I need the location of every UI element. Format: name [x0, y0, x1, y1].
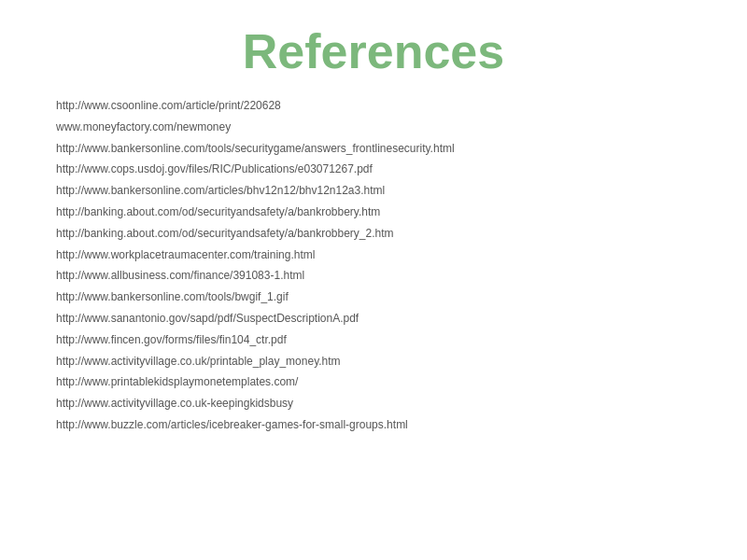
reference-item[interactable]: http://www.activityvillage.co.uk/printab… — [56, 354, 691, 370]
reference-item[interactable]: http://www.activityvillage.co.uk-keeping… — [56, 396, 691, 412]
reference-item[interactable]: http://www.printablekidsplaymonetemplate… — [56, 374, 691, 390]
reference-item[interactable]: http://banking.about.com/od/securityands… — [56, 204, 691, 220]
reference-item[interactable]: http://www.buzzle.com/articles/icebreake… — [56, 417, 691, 433]
reference-item[interactable]: http://www.bankersonline.com/tools/bwgif… — [56, 289, 691, 305]
reference-item[interactable]: www.moneyfactory.com/newmoney — [56, 119, 691, 135]
reference-item[interactable]: http://www.csoonline.com/article/print/2… — [56, 98, 691, 114]
references-list: http://www.csoonline.com/article/print/2… — [56, 98, 691, 433]
reference-item[interactable]: http://www.bankersonline.com/articles/bh… — [56, 183, 691, 199]
reference-item[interactable]: http://www.cops.usdoj.gov/files/RIC/Publ… — [56, 161, 691, 177]
page-title: References — [56, 23, 691, 79]
page-container: References http://www.csoonline.com/arti… — [0, 0, 747, 560]
reference-item[interactable]: http://banking.about.com/od/securityands… — [56, 226, 691, 242]
reference-item[interactable]: http://www.bankersonline.com/tools/secur… — [56, 141, 691, 157]
reference-item[interactable]: http://www.fincen.gov/forms/files/fin104… — [56, 332, 691, 348]
reference-item[interactable]: http://www.workplacetraumacenter.com/tra… — [56, 247, 691, 263]
reference-item[interactable]: http://www.allbusiness.com/finance/39108… — [56, 268, 691, 284]
reference-item[interactable]: http://www.sanantonio.gov/sapd/pdf/Suspe… — [56, 311, 691, 327]
